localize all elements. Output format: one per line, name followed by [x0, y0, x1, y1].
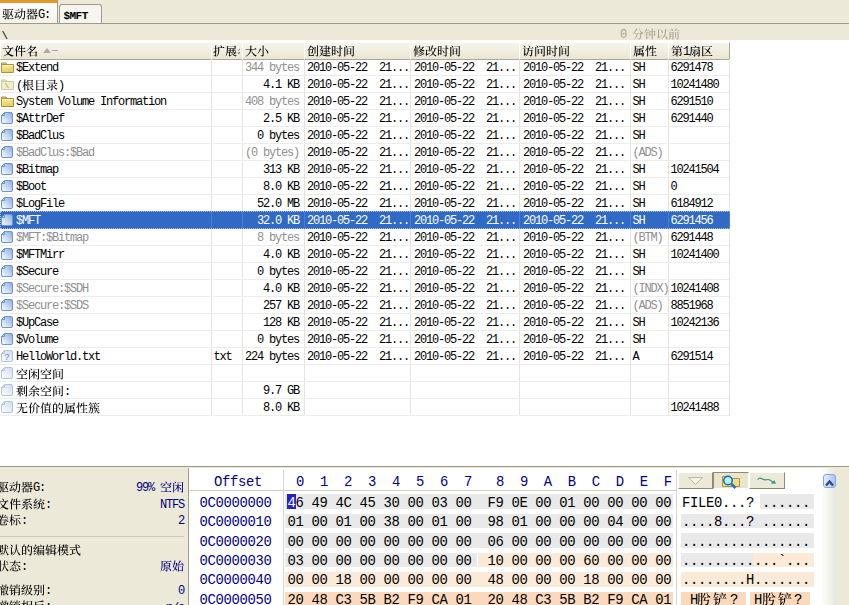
- svg-text:99%: 99%: [136, 481, 160, 494]
- svg-text::: :: [45, 584, 51, 597]
- svg-text:?: ?: [4, 352, 9, 362]
- svg-text:0: 0: [620, 28, 632, 41]
- svg-text::: :: [64, 385, 70, 398]
- svg-text:G:: G:: [33, 481, 45, 494]
- svg-text::: :: [21, 560, 27, 573]
- svg-text:1: 1: [683, 45, 690, 58]
- svg-text::: :: [45, 498, 51, 511]
- svg-text:(: (: [16, 79, 22, 92]
- svg-text::: :: [21, 514, 27, 527]
- svg-text:G:: G:: [38, 8, 50, 21]
- svg-text::: :: [45, 600, 51, 605]
- svg-text:): ): [58, 79, 64, 92]
